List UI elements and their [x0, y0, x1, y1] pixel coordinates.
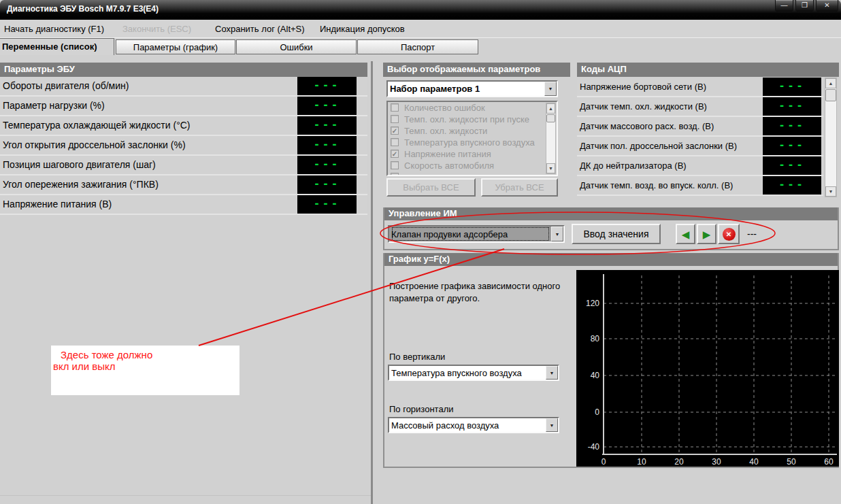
param-checkbox-list[interactable]: ✓ Количество ошибок ✓ Темп. охл. жидкост… [386, 101, 558, 176]
adc-label: ДК до нейтрализатора (В) [580, 156, 687, 175]
actuator-dropdown[interactable]: Клапан продувки адсорбера ▼ [388, 225, 565, 243]
app-window: Диагностика ЭБУ Bosch M7.9.7 E3(E4) — ❐ … [0, 0, 841, 504]
checkbox-icon[interactable]: ✓ [391, 115, 399, 123]
graph-panel-header: График y=F(x) [384, 253, 838, 266]
list-item-label: Количество ошибок [404, 103, 485, 113]
horizontal-axis-label: По горизонтали [389, 404, 453, 414]
param-value-display: --- [297, 136, 357, 154]
enter-value-button[interactable]: Ввод значения [572, 224, 661, 244]
param-select-header: Выбор отображаемых параметров [383, 63, 570, 77]
checkbox-icon[interactable]: ✓ [391, 138, 399, 146]
menu-start-diagnostics[interactable]: Начать диагностику (F1) [4, 24, 104, 34]
adc-value-display: --- [763, 78, 821, 96]
chevron-down-icon[interactable]: ▼ [546, 366, 558, 380]
param-label: Позиция шагового двигателя (шаг) [3, 156, 156, 174]
clear-all-button[interactable]: Убрать ВСЕ [481, 178, 558, 197]
preset-dropdown-value: Набор параметров 1 [390, 82, 543, 96]
horizontal-axis-dropdown-value: Массовый расход воздуха [391, 418, 544, 432]
y-tick-label: 40 [591, 371, 600, 380]
param-label: Температура охлаждающей жидкости (°C) [3, 116, 191, 135]
vertical-axis-dropdown-value: Температура впускного воздуха [391, 366, 544, 380]
table-row: Напряжение бортовой сети (В) --- [577, 78, 823, 97]
actuator-dropdown-value: Клапан продувки адсорбера [391, 226, 550, 241]
ecu-params-panel: Параметры ЭБУ Обороты двигателя (об/мин)… [0, 63, 367, 216]
adc-label: Датчик темп. охл. жидкости (В) [580, 97, 707, 116]
x-tick-label: 60 [824, 457, 834, 467]
adc-value-display: --- [763, 176, 821, 195]
vertical-axis-dropdown[interactable]: Температура впускного воздуха ▼ [388, 365, 559, 381]
checkbox-checked-icon[interactable]: ✓ [391, 127, 399, 135]
list-item[interactable]: ✓ Скорость автомобиля [388, 160, 557, 171]
scroll-up-icon[interactable]: ▲ [825, 78, 836, 88]
y-tick-label: 0 [595, 407, 599, 417]
table-row: Обороты двигателя (об/мин) --- [0, 77, 367, 97]
xy-chart: 120 80 40 0 -40 0 10 20 30 40 50 60 [576, 270, 839, 467]
scrollbar-thumb[interactable] [825, 89, 836, 101]
close-button-icon[interactable]: ✕ [816, 0, 838, 12]
menu-save-log[interactable]: Сохранить лог (Alt+S) [215, 24, 305, 34]
step-right-button[interactable]: ▶ [697, 224, 716, 244]
table-row: Температура охлаждающей жидкости (°C) --… [0, 116, 367, 136]
table-row: Датчик пол. дроссельной заслонки (В) --- [577, 137, 823, 156]
scroll-down-icon[interactable]: ▼ [825, 186, 836, 197]
chevron-down-icon[interactable]: ▼ [551, 226, 563, 241]
graph-panel: График y=F(x) Построение графика зависим… [383, 253, 839, 468]
select-all-button[interactable]: Выбрать ВСЕ [386, 178, 476, 197]
x-tick-label: 40 [749, 457, 759, 467]
adc-label: Датчик массового расх. возд. (В) [580, 117, 714, 135]
list-item-label: Темп. охл. жидкости при пуске [404, 114, 529, 124]
checkbox-icon[interactable]: ✓ [391, 103, 399, 112]
tab-passport[interactable]: Паспорт [357, 39, 478, 54]
list-item[interactable]: ✓ Температура впускного воздуха [388, 137, 557, 148]
actuator-status-text: --- [747, 229, 757, 239]
adc-codes-panel: Коды АЦП Напряжение бортовой сети (В) --… [577, 63, 839, 201]
list-item-label: Скорость автомобиля [404, 161, 494, 171]
vertical-divider [371, 61, 373, 504]
table-row: Датчик темп. возд. во впуск. колл. (В) -… [577, 176, 823, 196]
menu-bar: Начать диагностику (F1) Закончить (ESC) … [0, 20, 841, 38]
x-tick-label: 50 [787, 457, 796, 467]
adc-scrollbar[interactable]: ▲ ▼ [825, 78, 837, 197]
list-item[interactable]: ✓ Темп. охл. жидкости [388, 125, 557, 137]
graph-description: Построение графика зависимости одного па… [389, 280, 587, 305]
adc-label: Датчик темп. возд. во впуск. колл. (В) [580, 176, 733, 195]
scroll-up-icon[interactable]: ▲ [546, 103, 555, 114]
horizontal-axis-dropdown[interactable]: Массовый расход воздуха ▼ [388, 417, 559, 433]
chevron-down-icon[interactable]: ▼ [544, 82, 557, 96]
list-scrollbar[interactable]: ▲ ▼ [546, 103, 556, 174]
menu-finish[interactable]: Закончить (ESC) [122, 24, 191, 34]
list-item[interactable]: ✓ Темп. охл. жидкости при пуске [388, 114, 557, 125]
param-value-display: --- [297, 97, 357, 115]
adc-label: Напряжение бортовой сети (В) [580, 78, 706, 96]
table-row: Угол опережения зажигания (°ПКВ) --- [0, 175, 367, 195]
table-row: Параметр нагрузки (%) --- [0, 97, 367, 116]
scroll-down-icon[interactable]: ▼ [546, 163, 555, 173]
list-item[interactable]: ✓ Напряжение питания [388, 148, 557, 160]
restore-button-icon[interactable]: ❐ [795, 0, 814, 12]
y-tick-label: -40 [588, 442, 600, 452]
checkbox-icon[interactable]: ✓ [391, 161, 399, 169]
annotation-note: Здесь тоже должно вкл или выкл [51, 346, 240, 395]
step-left-button[interactable]: ◀ [676, 224, 695, 244]
list-item-label: Температура впускного воздуха [404, 137, 535, 148]
tab-variables-list[interactable]: Переменные (список) [0, 38, 114, 55]
menu-tolerance-indication[interactable]: Индикация допусков [320, 24, 405, 34]
ecu-params-header: Параметры ЭБУ [0, 63, 367, 77]
annotation-line1: Здесь тоже должно [51, 346, 240, 360]
stop-button[interactable]: ✕ [718, 224, 740, 244]
list-item-partial [388, 171, 557, 176]
tab-errors[interactable]: Ошибки [236, 39, 357, 54]
y-tick-label: 120 [586, 299, 599, 308]
preset-dropdown[interactable]: Набор параметров 1 ▼ [386, 80, 558, 97]
param-value-display: --- [297, 77, 357, 95]
checkbox-checked-icon[interactable]: ✓ [391, 150, 399, 158]
chevron-down-icon[interactable]: ▼ [546, 418, 558, 432]
table-row: Угол открытия дроссельной заслонки (%) -… [0, 136, 367, 156]
minimize-button-icon[interactable]: — [775, 0, 793, 12]
param-value-display: --- [297, 175, 357, 194]
annotation-line2: вкл или выкл [51, 360, 240, 372]
tab-parameters-graph[interactable]: Параметры (график) [116, 39, 235, 54]
adc-value-display: --- [763, 117, 821, 135]
list-item[interactable]: ✓ Количество ошибок [388, 102, 557, 114]
scrollbar-thumb[interactable] [546, 114, 555, 122]
